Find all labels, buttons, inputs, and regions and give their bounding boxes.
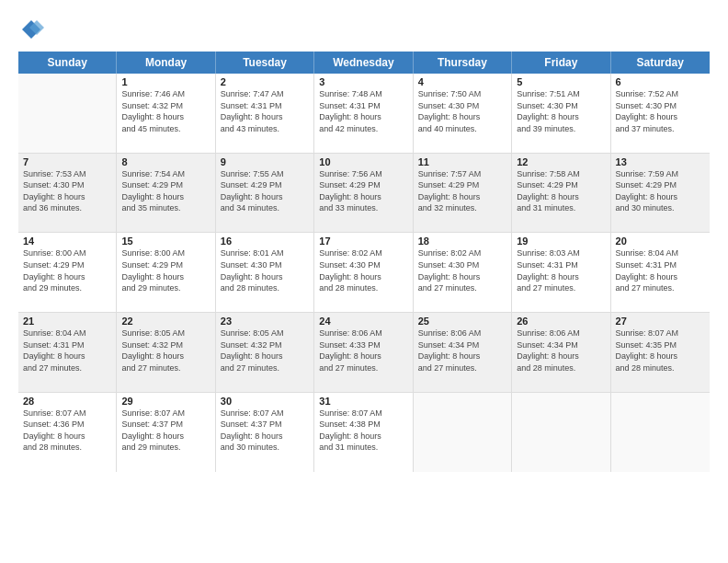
day-number: 6: [616, 76, 705, 87]
cal-cell: [414, 393, 512, 473]
calendar: SundayMondayTuesdayWednesdayThursdayFrid…: [18, 52, 710, 552]
day-info: Sunrise: 7:52 AMSunset: 4:30 PMDaylight:…: [616, 88, 705, 134]
day-number: 12: [517, 156, 605, 167]
logo-icon: [18, 17, 44, 42]
cal-cell: 16Sunrise: 8:01 AMSunset: 4:30 PMDayligh…: [216, 233, 314, 312]
day-info: Sunrise: 7:56 AMSunset: 4:29 PMDaylight:…: [319, 168, 407, 214]
header-day-monday: Monday: [117, 52, 215, 74]
cal-cell: 12Sunrise: 7:58 AMSunset: 4:29 PMDayligh…: [512, 154, 610, 233]
day-info: Sunrise: 8:04 AMSunset: 4:31 PMDaylight:…: [616, 247, 705, 293]
cal-cell: 4Sunrise: 7:50 AMSunset: 4:30 PMDaylight…: [414, 74, 512, 153]
header-day-saturday: Saturday: [611, 52, 710, 74]
day-number: 5: [517, 76, 605, 87]
day-info: Sunrise: 8:02 AMSunset: 4:30 PMDaylight:…: [418, 247, 506, 293]
cal-cell: 18Sunrise: 8:02 AMSunset: 4:30 PMDayligh…: [414, 233, 512, 312]
day-info: Sunrise: 8:07 AMSunset: 4:35 PMDaylight:…: [616, 327, 705, 373]
header-day-thursday: Thursday: [414, 52, 512, 74]
day-number: 19: [517, 236, 605, 247]
header-day-wednesday: Wednesday: [314, 52, 413, 74]
day-number: 7: [23, 156, 111, 167]
day-number: 23: [221, 316, 309, 327]
week-row-1: 1Sunrise: 7:46 AMSunset: 4:32 PMDaylight…: [18, 74, 710, 154]
day-number: 22: [121, 316, 210, 327]
cal-cell: 7Sunrise: 7:53 AMSunset: 4:30 PMDaylight…: [18, 154, 117, 233]
day-info: Sunrise: 7:51 AMSunset: 4:30 PMDaylight:…: [517, 88, 605, 134]
day-number: 18: [418, 236, 506, 247]
week-row-3: 14Sunrise: 8:00 AMSunset: 4:29 PMDayligh…: [18, 233, 710, 313]
day-number: 3: [319, 76, 407, 87]
cal-cell: [611, 393, 710, 473]
day-info: Sunrise: 7:55 AMSunset: 4:29 PMDaylight:…: [221, 168, 309, 214]
day-info: Sunrise: 7:47 AMSunset: 4:31 PMDaylight:…: [221, 88, 309, 134]
day-info: Sunrise: 8:03 AMSunset: 4:31 PMDaylight:…: [517, 247, 605, 293]
day-info: Sunrise: 7:53 AMSunset: 4:30 PMDaylight:…: [23, 168, 111, 214]
day-number: 15: [121, 236, 210, 247]
week-row-4: 21Sunrise: 8:04 AMSunset: 4:31 PMDayligh…: [18, 313, 710, 393]
day-info: Sunrise: 8:06 AMSunset: 4:34 PMDaylight:…: [517, 327, 605, 373]
cal-cell: 14Sunrise: 8:00 AMSunset: 4:29 PMDayligh…: [18, 233, 117, 312]
day-number: 8: [121, 156, 210, 167]
cal-cell: 1Sunrise: 7:46 AMSunset: 4:32 PMDaylight…: [117, 74, 215, 153]
day-info: Sunrise: 7:58 AMSunset: 4:29 PMDaylight:…: [517, 168, 605, 214]
day-number: 4: [418, 76, 506, 87]
day-number: 11: [418, 156, 506, 167]
day-info: Sunrise: 8:07 AMSunset: 4:36 PMDaylight:…: [23, 408, 111, 454]
day-info: Sunrise: 7:59 AMSunset: 4:29 PMDaylight:…: [616, 168, 705, 214]
day-number: 16: [221, 236, 309, 247]
day-info: Sunrise: 8:01 AMSunset: 4:30 PMDaylight:…: [221, 247, 309, 293]
cal-cell: 10Sunrise: 7:56 AMSunset: 4:29 PMDayligh…: [314, 154, 413, 233]
cal-cell: 23Sunrise: 8:05 AMSunset: 4:32 PMDayligh…: [216, 313, 314, 392]
header-day-sunday: Sunday: [18, 52, 117, 74]
day-info: Sunrise: 7:57 AMSunset: 4:29 PMDaylight:…: [418, 168, 506, 214]
cal-cell: 27Sunrise: 8:07 AMSunset: 4:35 PMDayligh…: [611, 313, 710, 392]
day-number: 9: [221, 156, 309, 167]
day-number: 30: [221, 396, 309, 407]
cal-cell: 31Sunrise: 8:07 AMSunset: 4:38 PMDayligh…: [314, 393, 413, 473]
day-info: Sunrise: 7:46 AMSunset: 4:32 PMDaylight:…: [121, 88, 210, 134]
day-number: 24: [319, 316, 407, 327]
cal-cell: 8Sunrise: 7:54 AMSunset: 4:29 PMDaylight…: [117, 154, 215, 233]
day-info: Sunrise: 8:06 AMSunset: 4:33 PMDaylight:…: [319, 327, 407, 373]
day-info: Sunrise: 8:00 AMSunset: 4:29 PMDaylight:…: [23, 247, 111, 293]
day-info: Sunrise: 8:02 AMSunset: 4:30 PMDaylight:…: [319, 247, 407, 293]
header-day-friday: Friday: [512, 52, 610, 74]
cal-cell: 20Sunrise: 8:04 AMSunset: 4:31 PMDayligh…: [611, 233, 710, 312]
calendar-body: 1Sunrise: 7:46 AMSunset: 4:32 PMDaylight…: [18, 74, 710, 552]
day-number: 10: [319, 156, 407, 167]
cal-cell: 29Sunrise: 8:07 AMSunset: 4:37 PMDayligh…: [117, 393, 215, 473]
header-day-tuesday: Tuesday: [216, 52, 314, 74]
cal-cell: 17Sunrise: 8:02 AMSunset: 4:30 PMDayligh…: [314, 233, 413, 312]
day-number: 29: [121, 396, 210, 407]
cal-cell: 22Sunrise: 8:05 AMSunset: 4:32 PMDayligh…: [117, 313, 215, 392]
cal-cell: 2Sunrise: 7:47 AMSunset: 4:31 PMDaylight…: [216, 74, 314, 153]
day-info: Sunrise: 8:04 AMSunset: 4:31 PMDaylight:…: [23, 327, 111, 373]
cal-cell: 25Sunrise: 8:06 AMSunset: 4:34 PMDayligh…: [414, 313, 512, 392]
cal-cell: 28Sunrise: 8:07 AMSunset: 4:36 PMDayligh…: [18, 393, 117, 473]
day-info: Sunrise: 8:06 AMSunset: 4:34 PMDaylight:…: [418, 327, 506, 373]
day-number: 20: [616, 236, 705, 247]
cal-cell: 3Sunrise: 7:48 AMSunset: 4:31 PMDaylight…: [314, 74, 413, 153]
day-info: Sunrise: 8:00 AMSunset: 4:29 PMDaylight:…: [121, 247, 210, 293]
cal-cell: 6Sunrise: 7:52 AMSunset: 4:30 PMDaylight…: [611, 74, 710, 153]
day-number: 1: [121, 76, 210, 87]
cal-cell: 30Sunrise: 8:07 AMSunset: 4:37 PMDayligh…: [216, 393, 314, 473]
day-number: 31: [319, 396, 407, 407]
day-number: 13: [616, 156, 705, 167]
cal-cell: 24Sunrise: 8:06 AMSunset: 4:33 PMDayligh…: [314, 313, 413, 392]
cal-cell: [18, 74, 117, 153]
logo: [18, 17, 46, 42]
cal-cell: 13Sunrise: 7:59 AMSunset: 4:29 PMDayligh…: [611, 154, 710, 233]
cal-cell: 11Sunrise: 7:57 AMSunset: 4:29 PMDayligh…: [414, 154, 512, 233]
day-number: 28: [23, 396, 111, 407]
cal-cell: 5Sunrise: 7:51 AMSunset: 4:30 PMDaylight…: [512, 74, 610, 153]
day-number: 14: [23, 236, 111, 247]
day-info: Sunrise: 7:48 AMSunset: 4:31 PMDaylight:…: [319, 88, 407, 134]
page: SundayMondayTuesdayWednesdayThursdayFrid…: [0, 0, 728, 563]
day-info: Sunrise: 8:07 AMSunset: 4:38 PMDaylight:…: [319, 408, 407, 454]
cal-cell: 21Sunrise: 8:04 AMSunset: 4:31 PMDayligh…: [18, 313, 117, 392]
week-row-5: 28Sunrise: 8:07 AMSunset: 4:36 PMDayligh…: [18, 393, 710, 473]
day-number: 21: [23, 316, 111, 327]
cal-cell: [512, 393, 610, 473]
day-info: Sunrise: 7:54 AMSunset: 4:29 PMDaylight:…: [121, 168, 210, 214]
cal-cell: 15Sunrise: 8:00 AMSunset: 4:29 PMDayligh…: [117, 233, 215, 312]
